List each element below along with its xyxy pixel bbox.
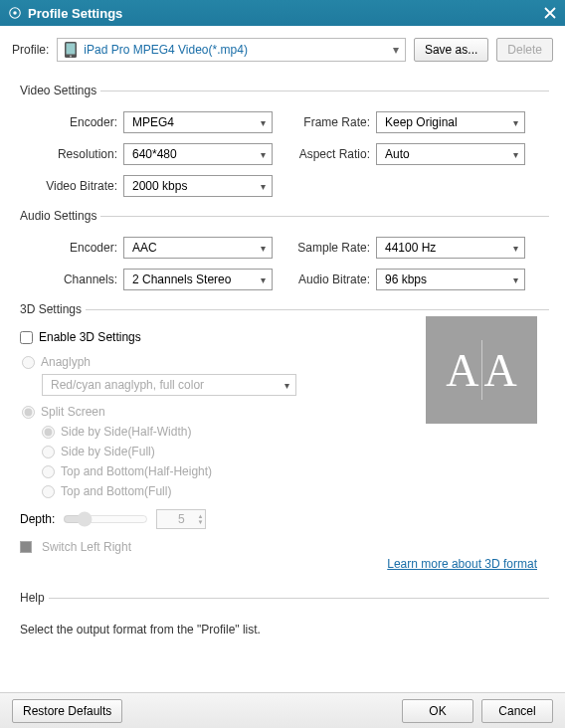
profile-row: Profile: iPad Pro MPEG4 Video(*.mp4) ▾ S…	[0, 26, 565, 72]
profile-label: Profile:	[12, 43, 49, 57]
spinner-arrows: ▲▼	[197, 513, 203, 525]
audio-bitrate-select[interactable]: 96 kbps▾	[376, 269, 525, 290]
svg-rect-3	[67, 44, 76, 55]
3d-preview: A A	[426, 316, 537, 424]
depth-label: Depth:	[20, 512, 55, 526]
chevron-down-icon: ▾	[284, 380, 289, 391]
help-text: Select the output format from the "Profi…	[16, 619, 549, 637]
tb-full-radio	[42, 485, 55, 498]
split-screen-label: Split Screen	[41, 405, 105, 419]
audio-settings-legend: Audio Settings	[16, 209, 100, 223]
switch-lr-checkbox	[20, 541, 32, 553]
svg-point-4	[70, 56, 72, 58]
depth-slider	[63, 511, 148, 527]
preview-letter-right: A	[484, 344, 517, 397]
delete-button: Delete	[496, 38, 553, 62]
learn-more-link[interactable]: Learn more about 3D format	[387, 557, 537, 571]
switch-lr-label: Switch Left Right	[42, 540, 131, 554]
video-settings-legend: Video Settings	[16, 84, 100, 97]
restore-defaults-button[interactable]: Restore Defaults	[12, 699, 122, 723]
tb-full-label: Top and Bottom(Full)	[61, 484, 171, 498]
help-group: Help Select the output format from the "…	[16, 591, 549, 637]
frame-rate-label: Frame Rate:	[273, 115, 376, 129]
audio-encoder-select[interactable]: AAC▾	[123, 237, 273, 259]
chevron-down-icon: ▾	[261, 181, 266, 192]
aspect-ratio-select[interactable]: Auto▾	[376, 143, 525, 165]
sbs-half-radio	[42, 426, 55, 439]
help-legend: Help	[16, 591, 49, 605]
enable-3d-checkbox[interactable]	[20, 331, 33, 344]
device-icon	[64, 41, 78, 59]
sbs-full-radio	[42, 446, 55, 458]
anaglyph-label: Anaglyph	[41, 355, 91, 369]
sample-rate-label: Sample Rate:	[273, 241, 376, 255]
chevron-down-icon: ▾	[513, 149, 518, 160]
chevron-down-icon: ▾	[513, 243, 518, 254]
preview-divider	[481, 340, 482, 400]
sbs-full-label: Side by Side(Full)	[61, 445, 155, 458]
profile-value: iPad Pro MPEG4 Video(*.mp4)	[84, 43, 393, 57]
chevron-down-icon: ▾	[261, 117, 266, 128]
video-settings-group: Video Settings Encoder: MPEG4▾ Frame Rat…	[16, 84, 549, 197]
sample-rate-select[interactable]: 44100 Hz▾	[376, 237, 525, 259]
anaglyph-radio	[22, 356, 35, 369]
audio-settings-group: Audio Settings Encoder: AAC▾ Sample Rate…	[16, 209, 549, 290]
chevron-down-icon: ▾	[513, 117, 518, 128]
video-bitrate-label: Video Bitrate:	[20, 179, 123, 193]
profile-select[interactable]: iPad Pro MPEG4 Video(*.mp4) ▾	[57, 38, 406, 62]
video-encoder-label: Encoder:	[20, 115, 123, 129]
titlebar: Profile Settings	[0, 0, 565, 26]
save-as-button[interactable]: Save as...	[414, 38, 488, 62]
depth-spinner: 5 ▲▼	[156, 509, 206, 529]
split-screen-radio	[22, 406, 35, 419]
audio-encoder-label: Encoder:	[20, 241, 123, 255]
channels-select[interactable]: 2 Channels Stereo▾	[123, 269, 273, 290]
chevron-down-icon: ▾	[261, 243, 266, 254]
footer: Restore Defaults OK Cancel	[0, 692, 565, 728]
ok-button[interactable]: OK	[402, 699, 473, 723]
chevron-down-icon: ▾	[261, 274, 266, 285]
tb-half-label: Top and Bottom(Half-Height)	[61, 464, 212, 478]
frame-rate-select[interactable]: Keep Original▾	[376, 111, 525, 133]
close-icon[interactable]	[543, 6, 557, 20]
video-bitrate-select[interactable]: 2000 kbps▾	[123, 175, 273, 197]
enable-3d-label: Enable 3D Settings	[39, 330, 141, 344]
sbs-half-label: Side by Side(Half-Width)	[61, 425, 191, 439]
window-title: Profile Settings	[28, 6, 543, 21]
channels-label: Channels:	[20, 273, 123, 286]
aspect-ratio-label: Aspect Ratio:	[273, 147, 376, 161]
chevron-down-icon: ▾	[261, 149, 266, 160]
svg-point-1	[13, 11, 17, 15]
video-encoder-select[interactable]: MPEG4▾	[123, 111, 273, 133]
chevron-down-icon: ▾	[393, 43, 399, 57]
preview-letter-left: A	[446, 344, 478, 397]
resolution-label: Resolution:	[20, 147, 123, 161]
app-icon	[8, 6, 22, 20]
tb-half-radio	[42, 465, 55, 478]
resolution-select[interactable]: 640*480▾	[123, 143, 273, 165]
cancel-button[interactable]: Cancel	[481, 699, 553, 723]
3d-settings-legend: 3D Settings	[16, 302, 86, 316]
anaglyph-mode-select: Red/cyan anaglyph, full color▾	[42, 374, 296, 396]
audio-bitrate-label: Audio Bitrate:	[273, 273, 376, 286]
chevron-down-icon: ▾	[513, 274, 518, 285]
